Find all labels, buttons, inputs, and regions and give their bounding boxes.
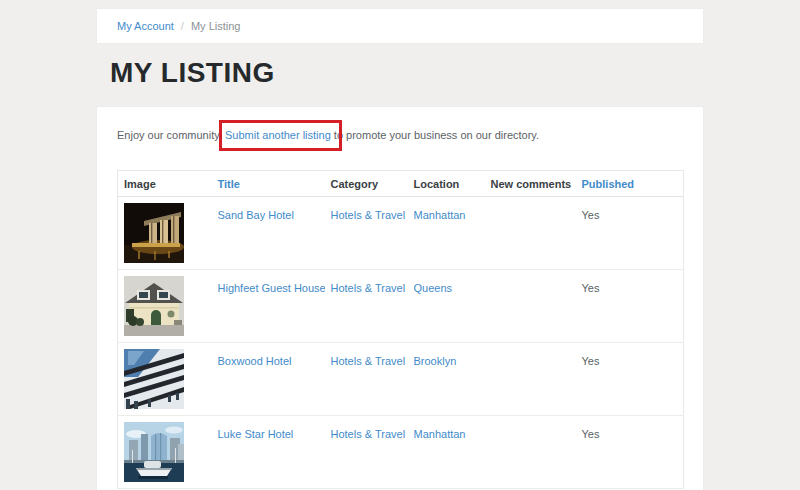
guest-house-image <box>124 276 184 336</box>
listing-new-comments <box>485 416 576 489</box>
listing-location-link[interactable]: Manhattan <box>414 209 466 221</box>
intro-text-after: to promote your business on our director… <box>331 129 539 141</box>
breadcrumb-separator: / <box>181 20 184 32</box>
column-header-location: Location <box>408 171 485 197</box>
listing-category-link[interactable]: Hotels & Travel <box>331 428 406 440</box>
listing-title-link[interactable]: Luke Star Hotel <box>218 428 294 440</box>
listing-thumbnail-sand-bay-hotel[interactable] <box>124 203 184 263</box>
submit-another-listing-link[interactable]: Submit another listing <box>225 129 331 141</box>
table-row: Highfeet Guest House Hotels & Travel Que… <box>118 270 684 343</box>
listing-published-status: Yes <box>576 416 684 489</box>
submit-listing-link-wrap: Submit another listing <box>225 128 331 143</box>
listing-category-link[interactable]: Hotels & Travel <box>331 282 406 294</box>
modern-building-facade-image <box>124 349 184 409</box>
page-title: MY LISTING <box>110 57 704 89</box>
listing-title-link[interactable]: Highfeet Guest House <box>218 282 325 294</box>
listing-category-link[interactable]: Hotels & Travel <box>331 355 406 367</box>
listing-location-link[interactable]: Queens <box>414 282 453 294</box>
listing-new-comments <box>485 343 576 416</box>
intro-text: Enjoy our community. Submit another list… <box>117 128 683 143</box>
listing-thumbnail-luke-star-hotel[interactable] <box>124 422 184 482</box>
column-header-image: Image <box>118 171 212 197</box>
listing-title-link[interactable]: Boxwood Hotel <box>218 355 292 367</box>
listings-panel: Enjoy our community. Submit another list… <box>96 106 704 490</box>
breadcrumb-my-account-link[interactable]: My Account <box>117 20 174 32</box>
listing-title-link[interactable]: Sand Bay Hotel <box>218 209 294 221</box>
intro-text-before: Enjoy our community. <box>117 129 225 141</box>
table-header-row: Image Title Category Location New commen… <box>118 171 684 197</box>
column-header-category: Category <box>325 171 408 197</box>
listings-table: Image Title Category Location New commen… <box>117 170 684 489</box>
column-header-new-comments: New comments <box>485 171 576 197</box>
waterfront-towers-boat-image <box>124 422 184 482</box>
listing-thumbnail-highfeet-guest-house[interactable] <box>124 276 184 336</box>
night-hotel-towers-image <box>124 203 184 263</box>
table-row: Luke Star Hotel Hotels & Travel Manhatta… <box>118 416 684 489</box>
breadcrumb-current-page: My Listing <box>191 20 241 32</box>
listing-published-status: Yes <box>576 343 684 416</box>
table-row: Boxwood Hotel Hotels & Travel Brooklyn Y… <box>118 343 684 416</box>
listing-category-link[interactable]: Hotels & Travel <box>331 209 406 221</box>
content-column: My Account / My Listing MY LISTING Enjoy… <box>96 8 704 490</box>
listing-new-comments <box>485 197 576 270</box>
breadcrumb: My Account / My Listing <box>96 8 704 44</box>
listing-published-status: Yes <box>576 197 684 270</box>
column-header-published[interactable]: Published <box>576 171 684 197</box>
listing-thumbnail-boxwood-hotel[interactable] <box>124 349 184 409</box>
listing-location-link[interactable]: Brooklyn <box>414 355 457 367</box>
column-header-title[interactable]: Title <box>212 171 325 197</box>
listing-new-comments <box>485 270 576 343</box>
listing-published-status: Yes <box>576 270 684 343</box>
table-row: Sand Bay Hotel Hotels & Travel Manhattan… <box>118 197 684 270</box>
listing-location-link[interactable]: Manhattan <box>414 428 466 440</box>
